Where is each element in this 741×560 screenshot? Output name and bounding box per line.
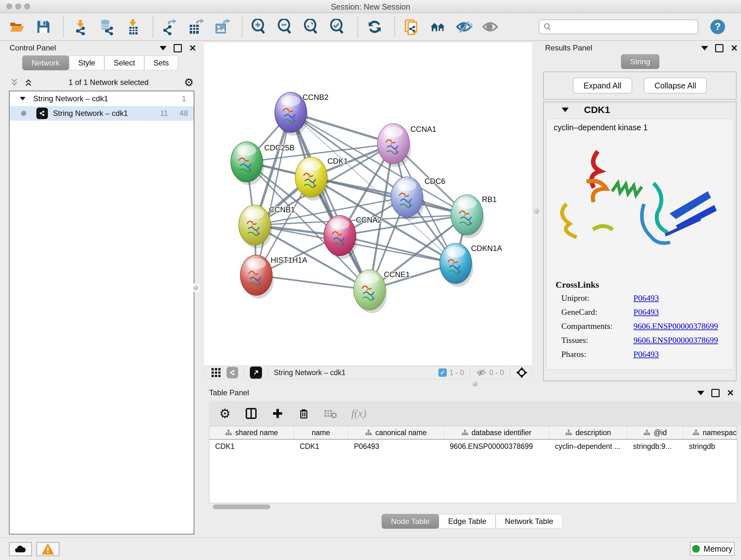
- float-panel-icon[interactable]: [174, 44, 182, 52]
- tab-sets[interactable]: Sets: [144, 56, 178, 70]
- node-table[interactable]: shared namenamecanonical namedatabase id…: [209, 426, 737, 503]
- table-cell[interactable]: stringdb: [683, 440, 737, 453]
- open-session-button[interactable]: [9, 18, 25, 36]
- hide-selected-button[interactable]: [456, 18, 472, 36]
- node-count: 11: [160, 109, 168, 118]
- crosslink-link[interactable]: P06493: [633, 307, 659, 317]
- node-label-CDC25B: CDC25B: [264, 143, 294, 152]
- table-cell[interactable]: cyclin–dependent ...: [549, 440, 627, 453]
- show-all-button[interactable]: [482, 18, 498, 36]
- gene-section-header[interactable]: CDK1: [544, 102, 736, 118]
- zoom-out-icon: [277, 19, 293, 35]
- network-canvas[interactable]: CCNB2CCNA1CDC25BCDK1CDC6RB1CCNB1CCNA2CDK…: [203, 42, 533, 366]
- crosslink-link[interactable]: 9606.ENSP00000378699: [633, 335, 718, 345]
- network-tree-child-row[interactable]: String Network – cdk1 11 48: [10, 106, 194, 121]
- zoom-out-button[interactable]: [277, 18, 293, 36]
- column-header--id[interactable]: @id: [627, 426, 683, 439]
- crosslink-link[interactable]: P06493: [633, 294, 659, 303]
- section-expander-icon[interactable]: [562, 108, 569, 112]
- left-divider-handle[interactable]: [192, 284, 200, 292]
- zoom-in-button[interactable]: [251, 18, 267, 36]
- horizontal-scrollbar[interactable]: [213, 504, 270, 509]
- column-header-description[interactable]: description: [549, 426, 627, 439]
- import-table-button[interactable]: [125, 18, 141, 36]
- network-tree-root-row[interactable]: String Network – cdk1 1: [10, 91, 194, 106]
- refresh-layout-button[interactable]: [366, 18, 383, 36]
- column-header-shared-name[interactable]: shared name: [209, 426, 294, 439]
- delete-column-trash-icon[interactable]: [298, 408, 310, 420]
- collapse-panel-icon[interactable]: [701, 46, 708, 51]
- close-panel-icon[interactable]: ✕: [727, 390, 734, 396]
- import-network-from-database-button[interactable]: [98, 18, 115, 36]
- memory-button[interactable]: Memory: [690, 542, 735, 556]
- app-manager-button[interactable]: [403, 18, 420, 36]
- collapse-panel-icon[interactable]: [697, 391, 704, 395]
- expand-all-chevrons-icon[interactable]: [10, 78, 19, 87]
- float-panel-icon[interactable]: [715, 44, 724, 52]
- table-cell[interactable]: CDK1: [209, 440, 294, 453]
- fit-selected-crosshair-icon[interactable]: [516, 367, 528, 379]
- node-label-CDC6: CDC6: [424, 177, 445, 186]
- tab-string[interactable]: String: [621, 54, 660, 69]
- table-options-gear-icon[interactable]: ⚙: [219, 408, 231, 419]
- crosslink-link[interactable]: 9606.ENSP00000378699: [633, 321, 718, 331]
- crosslink-label: GeneCard:: [561, 307, 633, 317]
- zoom-selected-button[interactable]: [329, 18, 346, 36]
- tab-network[interactable]: Network: [22, 56, 69, 70]
- node-highlight: [237, 145, 256, 156]
- close-panel-icon[interactable]: ✕: [731, 45, 738, 51]
- table-cell[interactable]: stringdb:9...: [627, 440, 683, 453]
- app-window: Session: New Session: [0, 0, 741, 560]
- add-column-icon[interactable]: [272, 408, 284, 420]
- collapse-all-button[interactable]: Collapse All: [644, 78, 707, 94]
- expand-all-button[interactable]: Expand All: [573, 78, 632, 94]
- home-button[interactable]: [429, 18, 446, 36]
- export-table-button[interactable]: [188, 18, 204, 36]
- table-cell[interactable]: CDK1: [294, 440, 348, 453]
- crosslink-link[interactable]: P06493: [633, 350, 659, 359]
- float-panel-icon[interactable]: [711, 389, 720, 397]
- selected-checkbox-icon[interactable]: ✓: [439, 368, 447, 377]
- search-input[interactable]: [552, 22, 687, 32]
- table-cell[interactable]: P06493: [348, 440, 444, 453]
- warnings-button[interactable]: [37, 542, 59, 556]
- collapse-panel-icon[interactable]: [159, 46, 166, 51]
- network-selection-summary: 1 of 1 Network selected: [33, 78, 184, 87]
- column-header-database-identifier[interactable]: database identifier: [444, 426, 549, 439]
- houses-icon: [429, 18, 446, 35]
- detach-view-button[interactable]: [250, 367, 262, 379]
- export-network-button[interactable]: [161, 18, 178, 36]
- export-image-button[interactable]: [214, 18, 230, 36]
- table-row[interactable]: CDK1CDK1P064939606.ENSP00000378699cyclin…: [209, 440, 737, 453]
- expander-icon[interactable]: [20, 97, 25, 100]
- tab-node-table[interactable]: Node Table: [382, 514, 439, 529]
- show-columns-icon[interactable]: [245, 407, 258, 420]
- tab-network-label: Network: [31, 58, 60, 67]
- save-session-button[interactable]: [35, 18, 52, 36]
- collapse-all-chevrons-icon[interactable]: [23, 78, 33, 87]
- tab-network-table[interactable]: Network Table: [495, 514, 562, 529]
- column-header-canonical-name[interactable]: canonical name: [348, 426, 444, 439]
- tab-select[interactable]: Select: [105, 56, 144, 70]
- close-panel-icon[interactable]: ✕: [189, 45, 196, 51]
- network-edge[interactable]: [256, 112, 291, 275]
- network-options-gear-icon[interactable]: ⚙: [184, 77, 194, 88]
- network-svg: CCNB2CCNA1CDC25BCDK1CDC6RB1CCNB1CCNA2CDK…: [204, 43, 532, 366]
- cloud-status-button[interactable]: [9, 542, 32, 556]
- search-field[interactable]: [539, 19, 698, 34]
- control-panel: Control Panel ✕ Network Style Select Set…: [4, 42, 199, 537]
- tab-style[interactable]: Style: [69, 56, 105, 70]
- horizontal-divider-handle[interactable]: [472, 381, 477, 386]
- table-cell[interactable]: 9606.ENSP00000378699: [444, 440, 549, 453]
- zoom-fit-button[interactable]: [303, 18, 320, 36]
- import-network-button[interactable]: [72, 18, 89, 36]
- column-header-name[interactable]: name: [294, 426, 348, 439]
- birds-eye-grid-icon[interactable]: [211, 367, 221, 378]
- window-title: Session: New Session: [0, 2, 741, 11]
- string-view-icon[interactable]: [226, 367, 238, 378]
- tab-edge-table[interactable]: Edge Table: [439, 514, 495, 529]
- column-header-namespace[interactable]: namespace: [683, 426, 737, 439]
- help-button[interactable]: ?: [711, 19, 725, 34]
- tab-style-label: Style: [78, 58, 95, 67]
- eye-icon: [482, 18, 498, 35]
